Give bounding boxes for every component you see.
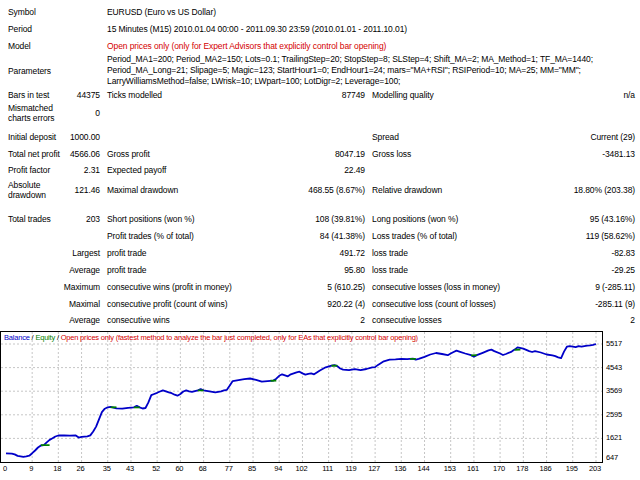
report-value: 87749 [342,90,365,100]
report-value: 44375 [77,90,100,100]
report-value: 119 (58.62%) [586,231,635,241]
report-label: Total net profit [8,149,60,159]
report-label: Initial deposit [8,132,56,142]
report-label: Profit trades (% of total) [107,231,194,241]
report-value: Maximal [69,299,100,309]
report-value: 5 (610.25) [327,282,365,292]
report-label: Expected payoff [107,165,166,175]
y-axis-labels: 55174543356925951621647 [606,331,640,471]
x-tick-label: 203 [589,464,601,473]
y-tick-label: 1621 [606,433,622,442]
report-label: profit trade [107,248,146,258]
row-bars-in-test: Bars in test44375 Ticks modelled87749 Mo… [0,87,640,102]
report-value: 95.80 [344,265,365,275]
report-value: 9 (-285.11) [595,282,635,292]
report-value: 203 [86,214,100,224]
x-tick-label: 0 [3,464,7,473]
row-total-net-profit: Total net profit4566.06 Gross profit8047… [0,145,640,162]
model-value: Open prices only (only for Expert Adviso… [107,41,386,51]
report-label: consecutive wins [107,315,170,325]
report-value: 84 (41.38%) [320,231,365,241]
report-label: Maximal drawdown [107,185,178,195]
x-tick-label: 52 [152,464,160,473]
symbol-label: Symbol [8,7,36,17]
x-tick-label: 144 [418,464,430,473]
report-value: 121.46 [75,185,100,195]
report-value: n/a [623,90,635,100]
parameters-value: Period_MA1=200; Period_MA2=150; Lots=0.1… [107,54,593,87]
x-tick-label: 60 [175,464,183,473]
legend-equity: Equity [35,333,55,342]
row-maximal-consecutive: Maximal consecutive profit (count of win… [0,295,640,312]
balance-chart[interactable]: Balance / Equity / Open prices only (fas… [0,331,603,463]
row-profit-factor: Profit factor2.31 Expected payoff22.49 [0,162,640,178]
x-tick-label: 153 [444,464,456,473]
row-profit-trades: Profit trades (% of total)84 (41.38%) Lo… [0,227,640,244]
report-value: Average [69,265,100,275]
parameters-line-3: LarryWilliamsMethod=false; LWrisk=10; LW… [107,76,593,87]
y-tick-label: 3569 [606,386,622,395]
report-value: -285.11 (9) [595,299,635,309]
x-tick-label: 195 [566,464,578,473]
chart-legend: Balance / Equity / Open prices only (fas… [4,333,418,342]
report-label: consecutive profit (count of wins) [107,299,227,309]
report-label: consecutive loss (count of losses) [372,299,496,309]
report-label: loss trade [372,248,408,258]
period-label: Period [8,24,32,34]
row-absolute-drawdown: Absolute drawdown121.46 Maximal drawdown… [0,178,640,202]
report-label: Profit factor [8,165,50,175]
x-tick-label: 94 [274,464,282,473]
legend-balance: Balance [4,333,30,342]
row-parameters: Parameters Period_MA1=200; Period_MA2=15… [0,54,640,87]
period-value: 15 Minutes (M15) 2010.01.04 00:00 - 2011… [107,24,407,34]
report-value: 1000.00 [70,132,100,142]
row-average-consecutive: Average consecutive wins2 consecutive lo… [0,312,640,327]
x-tick-label: 102 [295,464,307,473]
x-tick-label: 35 [103,464,111,473]
x-tick-label: 136 [394,464,406,473]
report-label: Bars in test [8,90,49,100]
report-label: Loss trades (% of total) [372,231,457,241]
x-tick-label: 85 [248,464,256,473]
report-label: Gross profit [107,149,150,159]
report-value: 4566.06 [70,149,100,159]
report-label: consecutive losses (loss in money) [372,282,500,292]
report-value: 0 [95,108,100,118]
report-value: 95 (43.16%) [590,214,635,224]
report-label: consecutive wins (profit in money) [107,282,232,292]
row-average-trade: Average profit trade95.80 loss trade-29.… [0,261,640,278]
report-value: 22.49 [344,165,365,175]
report-label: Gross loss [372,149,411,159]
report-label: Short positions (won %) [107,214,194,224]
x-tick-label: 186 [540,464,552,473]
report-value: 108 (39.81%) [315,214,365,224]
report-value: 2.31 [84,165,100,175]
row-mismatched-errors: Mismatched charts errors0 [0,102,640,124]
parameters-label: Parameters [8,66,51,76]
row-model: Model Open prices only (only for Expert … [0,37,640,54]
report-value: Largest [72,248,100,258]
report-label: Absolute drawdown [8,180,72,200]
report-value: 8047.19 [335,149,365,159]
symbol-value: EURUSD (Euro vs US Dollar) [107,7,216,17]
x-tick-label: 111 [322,464,333,473]
x-tick-label: 43 [126,464,134,473]
row-maximum-consecutive: Maximum consecutive wins (profit in mone… [0,278,640,295]
x-tick-label: 127 [368,464,380,473]
parameters-line-1: Period_MA1=200; Period_MA2=150; Lots=0.1… [107,54,593,65]
report-label: consecutive losses [372,315,442,325]
legend-mode-note: Open prices only (fastest method to anal… [61,333,418,342]
y-tick-label: 2595 [606,410,622,419]
y-tick-label: 5517 [606,339,622,348]
x-tick-label: 18 [53,464,61,473]
report-value: 2 [630,315,635,325]
x-tick-label: 161 [467,464,479,473]
row-largest-trade: Largest profit trade491.72 loss trade-82… [0,244,640,261]
report-label: Spread [372,132,399,142]
report-value: -29.25 [611,265,635,275]
report-value: 491.72 [340,248,365,258]
report-label: profit trade [107,265,146,275]
report-label: Mismatched charts errors [8,103,72,123]
report-label: Total trades [8,214,51,224]
x-tick-label: 77 [225,464,233,473]
